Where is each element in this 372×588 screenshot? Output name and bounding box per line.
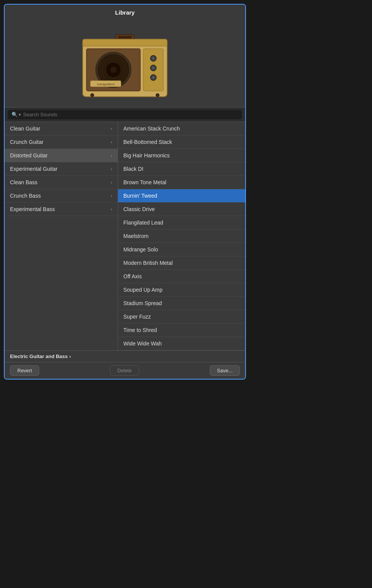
amp-image-area: GarageBand (5, 19, 245, 107)
search-icon: 🔍 (12, 112, 18, 117)
category-label: Clean Bass (10, 179, 38, 185)
category-chevron: › (111, 207, 112, 211)
preset-label: Bell-Bottomed Stack (123, 139, 172, 145)
preset-item-off-axis[interactable]: Off Axis (118, 270, 245, 283)
category-label: Distorted Guitar (10, 152, 48, 159)
svg-point-8 (110, 67, 116, 73)
preset-item-big-hair-harmonics[interactable]: Big Hair Harmonics (118, 149, 245, 162)
category-item-experimental-guitar[interactable]: Experimental Guitar› (5, 162, 118, 176)
preset-item-stadium-spread[interactable]: Stadium Spread (118, 297, 245, 310)
preset-item-burnin-tweed[interactable]: Burnin' Tweed (118, 189, 245, 203)
buttons-row: Revert Delete Save... (5, 362, 245, 379)
category-label: Experimental Guitar (10, 166, 58, 172)
preset-item-modern-british-metal[interactable]: Modern British Metal (118, 256, 245, 270)
amp-image: GarageBand (75, 24, 175, 101)
preset-item-flangilated-lead[interactable]: Flangilated Lead (118, 216, 245, 230)
category-chevron: › (111, 153, 112, 158)
preset-item-brown-tone-metal[interactable]: Brown Tone Metal (118, 176, 245, 189)
preset-item-midrange-solo[interactable]: Midrange Solo (118, 243, 245, 256)
preset-label: Souped Up Amp (123, 287, 163, 293)
delete-button[interactable]: Delete (110, 365, 139, 376)
preset-item-bell-bottomed-stack[interactable]: Bell-Bottomed Stack (118, 135, 245, 149)
preset-label: Maelstrom (123, 233, 148, 239)
preset-item-super-fuzz[interactable]: Super Fuzz (118, 310, 245, 324)
category-item-distorted-guitar[interactable]: Distorted Guitar› (5, 149, 118, 162)
preset-label: Modern British Metal (123, 260, 173, 266)
preset-item-black-dl[interactable]: Black DI (118, 162, 245, 176)
preset-list: American Stack CrunchBell-Bottomed Stack… (118, 122, 245, 350)
preset-label: Burnin' Tweed (123, 193, 157, 199)
category-item-crunch-bass[interactable]: Crunch Bass› (5, 189, 118, 203)
save-button[interactable]: Save... (210, 365, 240, 376)
preset-item-souped-up-amp[interactable]: Souped Up Amp (118, 283, 245, 297)
library-panel: Library (4, 4, 246, 380)
preset-label: Brown Tone Metal (123, 179, 166, 185)
footer: Electric Guitar and Bass › Revert Delete… (5, 350, 245, 379)
preset-label: Super Fuzz (123, 314, 151, 320)
category-label: Crunch Guitar (10, 139, 43, 145)
category-chevron: › (111, 167, 112, 171)
category-chevron: › (111, 140, 112, 144)
category-chevron: › (111, 193, 112, 198)
preset-item-maelstrom[interactable]: Maelstrom (118, 230, 245, 243)
svg-point-17 (152, 76, 155, 79)
preset-label: Flangilated Lead (123, 220, 163, 226)
svg-rect-3 (83, 39, 167, 46)
category-item-crunch-guitar[interactable]: Crunch Guitar› (5, 135, 118, 149)
search-icon-wrap: 🔍 ▾ (12, 112, 21, 117)
svg-point-20 (90, 93, 94, 97)
preset-label: Wide Wide Wah (123, 340, 162, 347)
svg-text:GarageBand: GarageBand (97, 83, 115, 86)
category-chevron: › (111, 126, 112, 131)
search-bar-wrapper: 🔍 ▾ (5, 107, 245, 122)
category-chevron: › (111, 180, 112, 185)
preset-label: Time to Shred (123, 327, 157, 333)
right-area (250, 0, 372, 588)
preset-label: Midrange Solo (123, 246, 158, 253)
category-item-experimental-bass[interactable]: Experimental Bass› (5, 203, 118, 216)
preset-item-classic-drive[interactable]: Classic Drive (118, 203, 245, 216)
svg-point-21 (156, 93, 159, 97)
category-item-clean-bass[interactable]: Clean Bass› (5, 176, 118, 189)
svg-point-15 (152, 66, 155, 69)
preset-label: Off Axis (123, 273, 142, 279)
preset-label: Stadium Spread (123, 300, 162, 306)
preset-label: Big Hair Harmonics (123, 152, 170, 159)
category-label: Crunch Bass (10, 193, 41, 199)
category-label: Experimental Bass (10, 206, 55, 212)
search-input[interactable] (23, 112, 238, 117)
preset-item-time-to-shred[interactable]: Time to Shred (118, 324, 245, 337)
breadcrumb-text: Electric Guitar and Bass (10, 353, 68, 359)
svg-rect-2 (118, 36, 132, 38)
category-label: Clean Guitar (10, 126, 40, 132)
search-dropdown-arrow[interactable]: ▾ (19, 112, 21, 117)
search-bar: 🔍 ▾ (8, 110, 242, 119)
revert-button[interactable]: Revert (10, 365, 39, 376)
preset-label: Black DI (123, 166, 143, 172)
preset-item-american-stack-crunch[interactable]: American Stack Crunch (118, 122, 245, 135)
preset-item-wide-wide-wah[interactable]: Wide Wide Wah (118, 337, 245, 350)
breadcrumb-row: Electric Guitar and Bass › (5, 351, 245, 362)
breadcrumb-chevron[interactable]: › (69, 353, 71, 359)
panel-title: Library (5, 5, 245, 19)
category-item-clean-guitar[interactable]: Clean Guitar› (5, 122, 118, 135)
lists-area: Clean Guitar›Crunch Guitar›Distorted Gui… (5, 122, 245, 350)
svg-point-13 (152, 57, 155, 60)
category-list: Clean Guitar›Crunch Guitar›Distorted Gui… (5, 122, 118, 350)
preset-label: Classic Drive (123, 206, 155, 212)
preset-label: American Stack Crunch (123, 126, 180, 132)
